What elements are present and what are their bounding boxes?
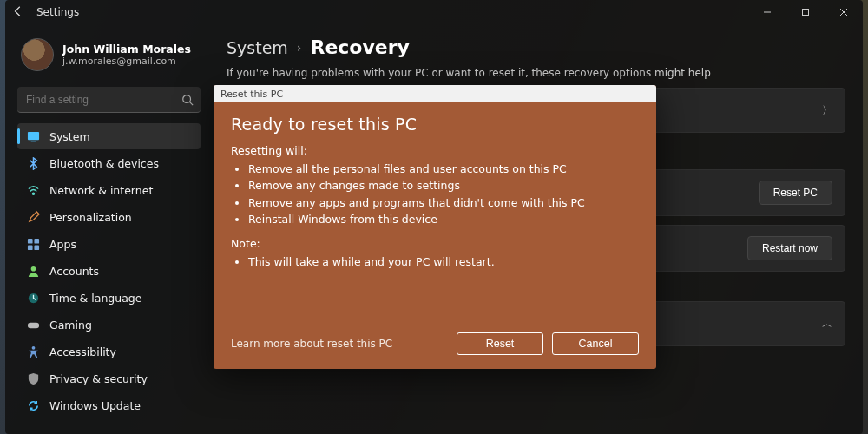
shield-icon xyxy=(26,372,40,385)
chevron-right-icon: › xyxy=(297,41,302,55)
clock-icon xyxy=(26,291,40,305)
search-input[interactable] xyxy=(17,87,201,113)
gamepad-icon xyxy=(26,318,40,332)
sidebar-item-label: Personalization xyxy=(49,211,132,224)
sidebar-item-label: Apps xyxy=(49,238,76,251)
sidebar-item-gaming[interactable]: Gaming xyxy=(17,312,201,338)
sidebar-item-time[interactable]: Time & language xyxy=(17,285,201,311)
sidebar: John William Morales j.w.morales@gmail.c… xyxy=(5,24,209,434)
sidebar-item-privacy[interactable]: Privacy & security xyxy=(17,365,201,391)
accessibility-icon xyxy=(26,345,40,358)
close-button[interactable] xyxy=(825,0,863,24)
dialog-bullet: Reinstall Windows from this device xyxy=(248,211,639,227)
breadcrumb: System › Recovery xyxy=(227,36,845,58)
sidebar-item-bluetooth[interactable]: Bluetooth & devices xyxy=(17,150,201,176)
reset-pc-button[interactable]: Reset PC xyxy=(759,181,832,205)
svg-line-3 xyxy=(190,102,194,106)
sidebar-item-network[interactable]: Network & internet xyxy=(17,177,201,203)
svg-rect-9 xyxy=(27,245,32,250)
page-title: Recovery xyxy=(310,36,409,58)
svg-rect-8 xyxy=(34,238,39,243)
sidebar-item-update[interactable]: Windows Update xyxy=(17,392,201,418)
learn-more-link[interactable]: Learn more about reset this PC xyxy=(231,338,448,350)
dialog-bullet: Remove all the personal files and user a… xyxy=(248,161,639,177)
svg-rect-4 xyxy=(27,131,38,139)
window-title: Settings xyxy=(36,6,79,18)
update-icon xyxy=(26,398,40,412)
brush-icon xyxy=(26,210,40,224)
maximize-button[interactable] xyxy=(786,0,825,24)
svg-point-6 xyxy=(32,193,34,194)
sidebar-item-label: Accounts xyxy=(49,265,99,278)
intro-text: If you're having problems with your PC o… xyxy=(227,67,845,79)
sidebar-item-apps[interactable]: Apps xyxy=(17,231,201,257)
profile-name: John William Morales xyxy=(62,43,191,56)
search-icon xyxy=(181,93,194,109)
dialog-titlebar: Reset this PC xyxy=(214,85,656,102)
chevron-up-icon: ︿ xyxy=(822,317,832,332)
apps-icon xyxy=(26,237,40,251)
back-button[interactable] xyxy=(5,5,31,20)
dialog-note-label: Note: xyxy=(231,237,639,250)
minimize-button[interactable] xyxy=(748,0,786,24)
restart-now-button[interactable]: Restart now xyxy=(747,236,832,260)
sidebar-item-label: Bluetooth & devices xyxy=(49,157,159,170)
sidebar-item-label: Windows Update xyxy=(49,399,141,412)
sidebar-item-label: Accessibility xyxy=(49,345,116,358)
dialog-heading: Ready to reset this PC xyxy=(231,115,639,134)
sidebar-item-label: Gaming xyxy=(49,319,92,332)
cancel-button[interactable]: Cancel xyxy=(552,332,639,355)
svg-rect-10 xyxy=(34,245,39,250)
sidebar-item-accessibility[interactable]: Accessibility xyxy=(17,339,201,365)
svg-point-14 xyxy=(31,345,35,349)
sidebar-item-personalization[interactable]: Personalization xyxy=(17,204,201,230)
dialog-note: This will take a while and your PC will … xyxy=(248,253,639,270)
dialog-bullet: Remove any apps and programs that didn't… xyxy=(248,194,639,211)
svg-rect-7 xyxy=(27,238,32,243)
svg-point-2 xyxy=(183,95,191,103)
avatar xyxy=(21,38,54,71)
dialog-subheading: Resetting will: xyxy=(231,144,639,157)
svg-rect-1 xyxy=(803,10,809,16)
svg-rect-13 xyxy=(27,322,38,328)
profile-email: j.w.morales@gmail.com xyxy=(62,56,191,67)
bluetooth-icon xyxy=(26,156,40,170)
dialog-bullet: Remove any changes made to settings xyxy=(248,177,639,194)
sidebar-item-label: Privacy & security xyxy=(49,372,148,385)
sidebar-item-accounts[interactable]: Accounts xyxy=(17,258,201,284)
profile-block[interactable]: John William Morales j.w.morales@gmail.c… xyxy=(17,31,201,83)
dialog-bullet-list: Remove all the personal files and user a… xyxy=(231,161,639,228)
display-icon xyxy=(26,129,40,143)
sidebar-item-label: System xyxy=(49,130,90,143)
wifi-icon xyxy=(26,183,40,197)
chevron-right-icon: 〉 xyxy=(822,103,832,118)
breadcrumb-parent[interactable]: System xyxy=(227,38,288,57)
titlebar: Settings xyxy=(5,0,863,24)
svg-rect-5 xyxy=(30,141,36,141)
person-icon xyxy=(26,264,40,278)
svg-point-11 xyxy=(30,266,36,271)
reset-button[interactable]: Reset xyxy=(457,332,543,355)
sidebar-item-label: Time & language xyxy=(49,292,141,305)
sidebar-item-system[interactable]: System xyxy=(17,123,201,149)
sidebar-item-label: Network & internet xyxy=(49,184,153,197)
dialog-note-list: This will take a while and your PC will … xyxy=(231,253,639,270)
nav-list: System Bluetooth & devices Network & int… xyxy=(17,123,201,418)
reset-pc-dialog: Reset this PC Ready to reset this PC Res… xyxy=(214,85,656,369)
